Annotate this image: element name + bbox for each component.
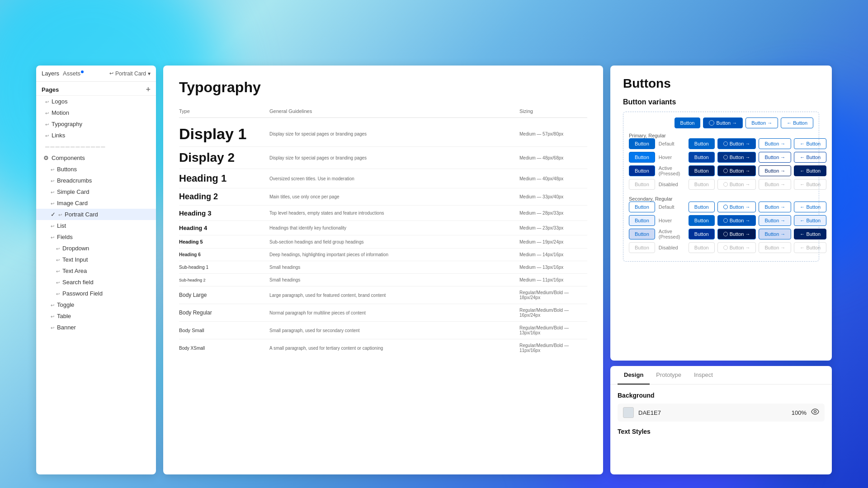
return-icon (45, 132, 49, 139)
return-icon (45, 121, 49, 127)
tab-prototype[interactable]: Prototype (650, 366, 688, 385)
typography-panel: Typography Type General Guidelines Sizin… (163, 66, 603, 474)
btn-sec-ghost-hover[interactable]: ← Button (794, 215, 826, 226)
btn-outline-hover[interactable]: Button → (759, 152, 791, 163)
typo-sizing: Medium — 23px/33px (519, 225, 587, 230)
sidebar-item-password-field[interactable]: Password Field (36, 288, 156, 299)
secondary-regular-label: Secondary, Regular (629, 196, 813, 202)
sidebar-item-portrait-card[interactable]: ✓ Portrait Card (36, 209, 156, 220)
btn-sec-solid-active[interactable]: Button (689, 229, 715, 239)
typo-desc: Small headings (269, 265, 519, 270)
btn-solid-header[interactable]: Button (675, 117, 701, 128)
pages-section: Pages + (36, 82, 156, 96)
sidebar-item-breadcrumbs[interactable]: Breadcrumbs (36, 175, 156, 186)
return-icon (56, 279, 60, 286)
btn-sec-outline-active[interactable]: Button → (759, 229, 791, 239)
sidebar-item-components[interactable]: ⚙ Components (36, 152, 156, 164)
btn-sec-icon-hover[interactable]: Button → (717, 215, 756, 226)
sidebar-item-buttons[interactable]: Buttons (36, 164, 156, 175)
btn-sec-disabled-row: Button Disabled Button Button → Button →… (629, 242, 813, 253)
btn-sec-outline[interactable]: Button → (759, 202, 791, 212)
buttons-title: Buttons (623, 76, 819, 91)
btn-ghost-hover[interactable]: ← Button (794, 152, 826, 163)
table-row: Sub-heading 1 Small headings Medium — 13… (179, 261, 587, 274)
sidebar-item-logos[interactable]: Logos (36, 96, 156, 107)
btn-sec-default[interactable]: Button (629, 202, 655, 212)
btn-sec-outline-hover[interactable]: Button → (759, 215, 791, 226)
sidebar-item-table[interactable]: Table (36, 310, 156, 322)
sidebar-item-text-area[interactable]: Text Area (36, 265, 156, 277)
sidebar-item-fields[interactable]: Fields (36, 231, 156, 243)
sidebar-item-toggle[interactable]: Toggle (36, 299, 156, 310)
btn-sec-icon-active[interactable]: Button → (717, 229, 756, 239)
btn-sec-icon[interactable]: Button → (717, 202, 756, 212)
btn-icon-hover[interactable]: Button → (717, 152, 756, 163)
typo-name: Body Small (179, 328, 269, 333)
sidebar-item-banner[interactable]: Banner (36, 322, 156, 333)
return-icon (45, 110, 49, 116)
bg-color-swatch[interactable] (623, 407, 634, 418)
btn-ghost-active[interactable]: ← Button (794, 165, 826, 176)
btn-primary-default[interactable]: Button (629, 138, 655, 149)
sidebar-item-motion[interactable]: Motion (36, 107, 156, 118)
typo-desc: Headings that identify key functionality (269, 225, 519, 230)
sidebar-item-typography[interactable]: Typography (36, 118, 156, 130)
btn-outline-header[interactable]: Button → (745, 117, 778, 128)
btn-sec-active[interactable]: Button (629, 229, 655, 239)
state-active: Active (Pressed) (659, 165, 686, 176)
btn-sec-ghost[interactable]: ← Button (794, 202, 826, 212)
visibility-toggle-icon[interactable] (811, 408, 819, 417)
btn-icon-active[interactable]: Button → (717, 165, 756, 176)
return-icon (51, 313, 54, 319)
sidebar-item-search-field[interactable]: Search field (36, 277, 156, 288)
nav-divider: ──────────── (36, 141, 156, 152)
return-icon (58, 211, 62, 218)
btn-sec-solid-disabled: Button (689, 242, 715, 253)
btn-solid-hover[interactable]: Button (689, 152, 715, 163)
btn-ghost-header[interactable]: ← Button (781, 117, 813, 128)
btn-outline-active[interactable]: Button → (759, 165, 791, 176)
btn-sec-solid[interactable]: Button (689, 202, 715, 212)
btn-sec-solid-hover[interactable]: Button (689, 215, 715, 226)
pages-add-button[interactable]: + (146, 85, 151, 94)
return-icon (51, 200, 54, 206)
btn-icon-header[interactable]: Button → (703, 117, 743, 128)
typo-sizing: Regular/Medium/Bold — 13px/16px (519, 325, 587, 335)
return-icon (51, 234, 54, 240)
sidebar-item-list[interactable]: List (36, 220, 156, 231)
btn-primary-hover[interactable]: Button (629, 152, 655, 163)
typo-desc: Deep headings, highlighting important pi… (269, 252, 519, 257)
portrait-card-tab[interactable]: ↩ Portrait Card ▾ (109, 70, 151, 77)
typo-name: Heading 6 (179, 252, 269, 257)
sidebar-item-text-input[interactable]: Text Input (36, 254, 156, 265)
btn-primary-active[interactable]: Button (629, 165, 655, 176)
tab-inspect[interactable]: Inspect (688, 366, 719, 385)
typo-desc: Large paragraph, used for featured conte… (269, 293, 519, 298)
btn-ghost-default[interactable]: ← Button (794, 138, 826, 149)
table-row: Body Small Small paragraph, used for sec… (179, 322, 587, 339)
btn-outline-disabled: Button → (759, 179, 791, 190)
btn-sec-hover[interactable]: Button (629, 215, 655, 226)
typo-sizing: Medium — 33px/40px (519, 194, 587, 199)
state-sec-active: Active (Pressed) (659, 229, 686, 239)
btn-solid-active[interactable]: Button (689, 165, 715, 176)
assets-tab[interactable]: Assets (63, 70, 84, 77)
btn-sec-ghost-active[interactable]: ← Button (794, 229, 826, 239)
sidebar-item-simple-card[interactable]: Simple Card (36, 186, 156, 197)
sidebar-item-image-card[interactable]: Image Card (36, 197, 156, 209)
btn-icon-default[interactable]: Button → (717, 138, 756, 149)
btn-sec-default-row: Button Default Button Button → Button → … (629, 202, 813, 212)
sidebar-item-links[interactable]: Links (36, 130, 156, 141)
btn-solid-default[interactable]: Button (689, 138, 715, 149)
btn-sec-active-row: Button Active (Pressed) Button Button → … (629, 229, 813, 239)
table-row: Heading 1 Oversized screen titles. Use i… (179, 169, 587, 188)
typo-sizing: Regular/Medium/Bold — 16px/24px (519, 308, 587, 318)
typo-name: Body XSmall (179, 346, 269, 351)
table-row: Heading 6 Deep headings, highlighting im… (179, 249, 587, 261)
sidebar-item-dropdown[interactable]: Dropdown (36, 243, 156, 254)
btn-variants-title: Button variants (623, 98, 819, 106)
layers-tab[interactable]: Layers (42, 70, 59, 77)
tab-design[interactable]: Design (618, 366, 650, 385)
table-row: Heading 3 Top level headers, empty state… (179, 206, 587, 221)
btn-outline-default[interactable]: Button → (759, 138, 791, 149)
